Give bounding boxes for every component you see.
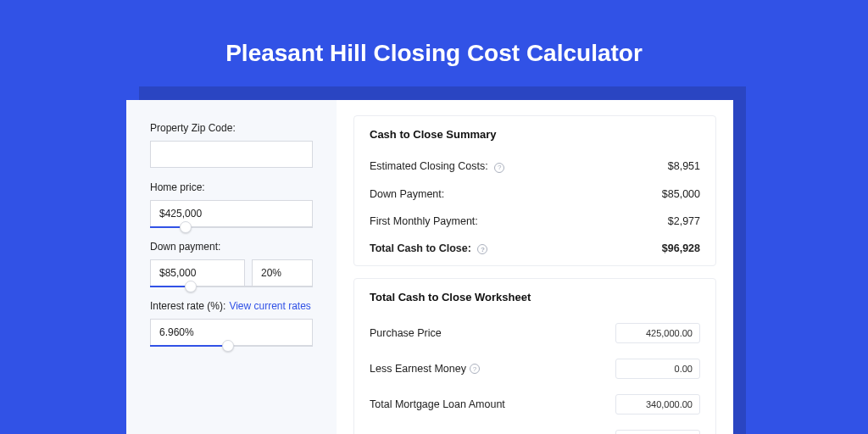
slider-fill	[150, 345, 228, 347]
worksheet-row-purchase-price: Purchase Price 425,000.00	[370, 315, 700, 351]
down-payment-group: Down payment:	[150, 241, 313, 287]
summary-row-down-payment: Down Payment: $85,000	[370, 181, 700, 208]
inputs-sidebar: Property Zip Code: Home price: Down paym…	[126, 100, 337, 434]
summary-label: Estimated Closing Costs: ?	[370, 160, 504, 173]
summary-total-label: Total Cash to Close: ?	[370, 242, 487, 255]
home-price-slider[interactable]	[150, 200, 313, 227]
view-rates-link[interactable]: View current rates	[229, 300, 311, 312]
summary-total-value: $96,928	[662, 242, 700, 254]
interest-slider[interactable]	[150, 319, 313, 346]
summary-value: $85,000	[662, 188, 700, 200]
results-main: Cash to Close Summary Estimated Closing …	[337, 100, 733, 434]
slider-thumb[interactable]	[185, 281, 197, 292]
down-payment-slider[interactable]	[150, 259, 313, 287]
worksheet-value[interactable]: 425,000.00	[615, 323, 700, 343]
summary-value: $8,951	[668, 160, 700, 172]
summary-row-closing-costs: Estimated Closing Costs: ? $8,951	[370, 153, 700, 181]
zip-input[interactable]	[150, 141, 313, 168]
worksheet-label-text: Less Earnest Money	[370, 363, 466, 375]
worksheet-label: Purchase Price	[370, 327, 442, 339]
zip-label: Property Zip Code:	[150, 122, 313, 134]
summary-row-first-payment: First Monthly Payment: $2,977	[370, 208, 700, 235]
worksheet-row-second-mortgage: Total Second Mortgage Amount ?	[370, 422, 700, 434]
down-payment-pct-input[interactable]	[252, 259, 313, 287]
worksheet-value[interactable]: 340,000.00	[615, 394, 700, 415]
summary-value: $2,977	[668, 215, 700, 227]
down-payment-input[interactable]	[150, 259, 245, 287]
summary-total-label-text: Total Cash to Close:	[370, 242, 471, 254]
worksheet-value[interactable]	[615, 430, 700, 434]
worksheet-row-earnest-money: Less Earnest Money ? 0.00	[370, 351, 700, 387]
home-price-group: Home price:	[150, 181, 313, 227]
summary-label-text: Estimated Closing Costs:	[370, 160, 488, 172]
help-icon[interactable]: ?	[470, 364, 480, 374]
worksheet-row-mortgage-amount: Total Mortgage Loan Amount 340,000.00	[370, 387, 700, 422]
slider-thumb[interactable]	[180, 221, 192, 233]
summary-card: Cash to Close Summary Estimated Closing …	[353, 115, 716, 266]
worksheet-card: Total Cash to Close Worksheet Purchase P…	[353, 278, 716, 434]
slider-thumb[interactable]	[222, 340, 234, 352]
worksheet-value[interactable]: 0.00	[615, 359, 700, 379]
interest-group: Interest rate (%): View current rates	[150, 300, 313, 346]
summary-label: First Monthly Payment:	[370, 215, 478, 227]
worksheet-label: Total Mortgage Loan Amount	[370, 398, 505, 410]
down-payment-label: Down payment:	[150, 241, 313, 253]
home-price-label: Home price:	[150, 181, 313, 193]
help-icon[interactable]: ?	[477, 244, 487, 254]
worksheet-label: Less Earnest Money ?	[370, 363, 480, 375]
page-title: Pleasant Hill Closing Cost Calculator	[0, 0, 868, 67]
summary-label: Down Payment:	[370, 188, 444, 200]
home-price-input[interactable]	[150, 200, 313, 227]
summary-row-total: Total Cash to Close: ? $96,928	[370, 235, 700, 263]
calculator-panel: Property Zip Code: Home price: Down paym…	[126, 100, 733, 434]
summary-heading: Cash to Close Summary	[370, 128, 700, 141]
zip-group: Property Zip Code:	[150, 122, 313, 168]
interest-label: Interest rate (%): View current rates	[150, 300, 313, 312]
help-icon[interactable]: ?	[494, 163, 504, 173]
interest-label-text: Interest rate (%):	[150, 300, 225, 312]
worksheet-heading: Total Cash to Close Worksheet	[370, 291, 700, 303]
